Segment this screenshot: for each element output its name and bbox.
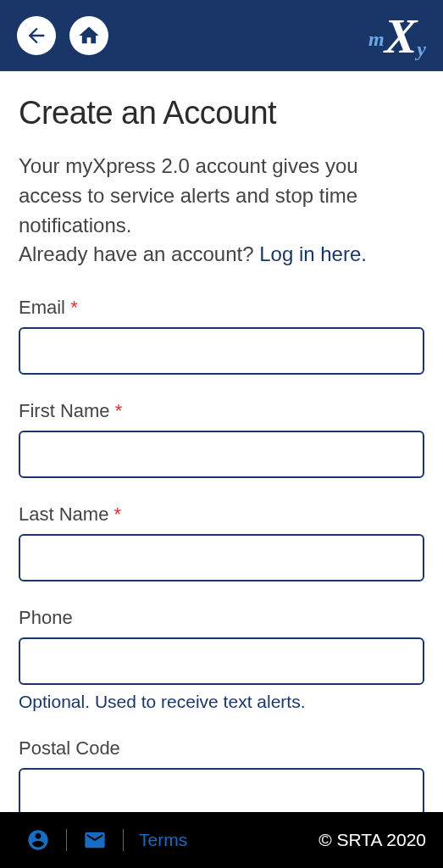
footer-separator	[66, 829, 67, 851]
email-label: Email *	[19, 297, 424, 319]
logo-x: X	[385, 8, 418, 64]
field-phone: Phone Optional. Used to receive text ale…	[19, 607, 424, 712]
home-button[interactable]	[69, 16, 108, 55]
first-name-input[interactable]	[19, 431, 424, 478]
main-content: Create an Account Your myXpress 2.0 acco…	[0, 71, 443, 812]
back-button[interactable]	[17, 16, 56, 55]
intro-line1: Your myXpress 2.0 account gives you acce…	[19, 154, 358, 236]
app-footer: Terms © SRTA 2020	[0, 812, 443, 868]
intro-text: Your myXpress 2.0 account gives you acce…	[19, 152, 424, 270]
arrow-left-icon	[25, 24, 48, 47]
email-input[interactable]	[19, 327, 424, 375]
postal-code-label: Postal Code	[19, 737, 424, 760]
mail-icon	[83, 828, 107, 852]
home-icon	[77, 24, 101, 47]
last-name-input[interactable]	[19, 534, 424, 581]
phone-hint: Optional. Used to receive text alerts.	[19, 692, 424, 712]
field-first-name: First Name *	[19, 400, 424, 478]
copyright-text: © SRTA 2020	[318, 830, 426, 850]
required-marker: *	[114, 504, 122, 525]
intro-line2: Already have an account?	[19, 242, 259, 265]
logo-y: y	[417, 38, 426, 60]
user-circle-icon	[26, 828, 50, 852]
logo-m: m	[368, 28, 385, 50]
app-header: mXy	[0, 0, 443, 71]
page-title: Create an Account	[19, 95, 424, 131]
app-logo: mXy	[368, 8, 426, 64]
footer-separator	[123, 829, 124, 851]
account-button[interactable]	[25, 827, 51, 853]
phone-label: Phone	[19, 607, 424, 629]
login-link[interactable]: Log in here.	[259, 242, 367, 265]
required-marker: *	[115, 400, 123, 421]
terms-link[interactable]: Terms	[139, 830, 187, 850]
footer-nav: Terms	[25, 827, 187, 853]
header-nav	[17, 16, 108, 55]
postal-code-input[interactable]	[19, 768, 424, 812]
field-email: Email *	[19, 297, 424, 375]
first-name-label: First Name *	[19, 400, 424, 422]
field-postal-code: Postal Code	[19, 737, 424, 812]
phone-input[interactable]	[19, 637, 424, 685]
field-last-name: Last Name *	[19, 504, 424, 581]
last-name-label: Last Name *	[19, 504, 424, 526]
mail-button[interactable]	[82, 827, 108, 853]
required-marker: *	[70, 297, 78, 318]
